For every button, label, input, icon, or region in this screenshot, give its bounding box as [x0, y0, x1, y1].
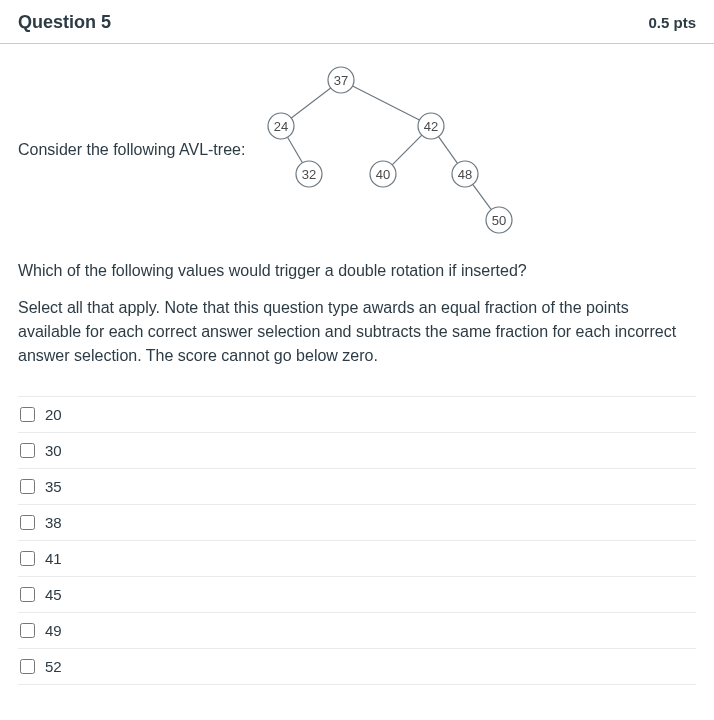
answer-option[interactable]: 35 — [18, 469, 696, 505]
answer-checkbox[interactable] — [20, 623, 35, 638]
question-header: Question 5 0.5 pts — [0, 0, 714, 44]
tree-edge — [439, 137, 458, 164]
tree-node-label: 42 — [424, 119, 438, 134]
prompt-lead: Consider the following AVL-tree: — [18, 141, 245, 159]
tree-node-label: 24 — [274, 119, 288, 134]
tree-node-label: 37 — [334, 73, 348, 88]
answer-label[interactable]: 30 — [45, 442, 62, 459]
answer-option[interactable]: 45 — [18, 577, 696, 613]
answer-checkbox[interactable] — [20, 659, 35, 674]
answer-checkbox[interactable] — [20, 587, 35, 602]
answer-option[interactable]: 30 — [18, 433, 696, 469]
answer-checkbox[interactable] — [20, 407, 35, 422]
tree-edge — [353, 86, 420, 120]
answer-option[interactable]: 38 — [18, 505, 696, 541]
answer-option[interactable]: 52 — [18, 649, 696, 685]
tree-edge — [473, 184, 492, 209]
answer-label[interactable]: 20 — [45, 406, 62, 423]
tree-node-label: 48 — [458, 167, 472, 182]
answer-option[interactable]: 41 — [18, 541, 696, 577]
avl-tree-figure: 37244232404850 — [251, 62, 521, 238]
answer-label[interactable]: 49 — [45, 622, 62, 639]
question-body: Consider the following AVL-tree: 3724423… — [0, 44, 714, 703]
answer-option[interactable]: 49 — [18, 613, 696, 649]
answer-label[interactable]: 35 — [45, 478, 62, 495]
answer-label[interactable]: 52 — [45, 658, 62, 675]
answer-label[interactable]: 45 — [45, 586, 62, 603]
question-title: Question 5 — [18, 12, 111, 33]
tree-node-label: 32 — [302, 167, 316, 182]
prompt-note: Select all that apply. Note that this qu… — [18, 296, 696, 368]
question-points: 0.5 pts — [648, 14, 696, 31]
answer-checkbox[interactable] — [20, 479, 35, 494]
answer-list: 2030353841454952 — [18, 396, 696, 685]
prompt-row: Consider the following AVL-tree: 3724423… — [18, 62, 696, 238]
avl-tree-svg: 37244232404850 — [251, 62, 521, 238]
answer-label[interactable]: 41 — [45, 550, 62, 567]
tree-node-label: 40 — [376, 167, 390, 182]
answer-label[interactable]: 38 — [45, 514, 62, 531]
tree-node-label: 50 — [492, 213, 506, 228]
answer-option[interactable]: 20 — [18, 397, 696, 433]
tree-edge — [393, 135, 423, 165]
answer-checkbox[interactable] — [20, 551, 35, 566]
answer-checkbox[interactable] — [20, 443, 35, 458]
answer-checkbox[interactable] — [20, 515, 35, 530]
tree-edge — [292, 88, 331, 118]
tree-edge — [288, 137, 303, 163]
prompt-question: Which of the following values would trig… — [18, 262, 696, 280]
